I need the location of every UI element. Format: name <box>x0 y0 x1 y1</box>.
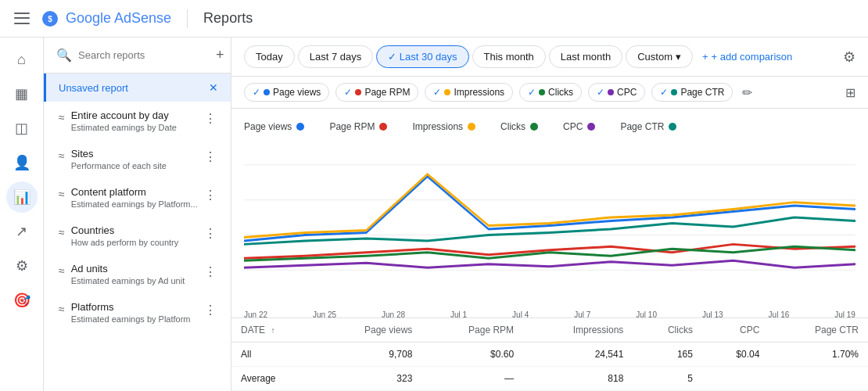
report-item-title: Content platform <box>71 186 203 198</box>
legend-page-ctr: Page CTR <box>620 121 676 132</box>
legend-cpc: CPC <box>563 121 595 132</box>
date-last7-button[interactable]: Last 7 days <box>298 45 374 68</box>
filter-icon[interactable]: ⊞ <box>845 85 855 100</box>
more-menu-icon[interactable]: ⋮ <box>203 109 218 127</box>
hamburger-menu[interactable] <box>13 9 31 28</box>
chart-canvas: Jun 22 Jun 25 Jun 28 Jul 1 Jul 4 Jul 7 J… <box>244 142 855 305</box>
x-label-jul13: Jul 13 <box>702 310 723 317</box>
custom-label: Custom <box>637 51 673 63</box>
more-menu-icon[interactable]: ⋮ <box>203 301 218 319</box>
page-rpm-label: Page RPM <box>329 121 375 132</box>
sidebar-icon-overview[interactable]: ▦ <box>6 78 38 109</box>
report-list-item[interactable]: ≈ Countries How ads perform by country ⋮ <box>44 217 231 255</box>
report-list-item[interactable]: ≈ Ad units Estimated earnings by Ad unit… <box>44 255 231 293</box>
impressions-dot <box>444 89 450 95</box>
col-page-rpm[interactable]: Page RPM <box>421 318 523 343</box>
search-icon: 🔍 <box>56 48 72 63</box>
x-axis-labels: Jun 22 Jun 25 Jun 28 Jul 1 Jul 4 Jul 7 J… <box>244 307 855 317</box>
legend-clicks: Clicks <box>500 121 538 132</box>
svg-text:$: $ <box>48 15 52 23</box>
x-label-jul16: Jul 16 <box>769 310 790 317</box>
chip-page-views[interactable]: Page views <box>244 83 329 102</box>
col-date[interactable]: DATE ↑ <box>231 318 316 343</box>
chart-section: Page views Page RPM Impressions Clicks C… <box>231 109 868 317</box>
sidebar-icon-person[interactable]: 👤 <box>6 147 38 178</box>
x-label-jul19: Jul 19 <box>834 310 855 317</box>
col-cpc[interactable]: CPC <box>702 318 769 343</box>
report-item-subtitle: Estimated earnings by Platform <box>71 314 203 324</box>
metric-chips-bar: Page views Page RPM Impressions Clicks C… <box>231 77 868 109</box>
header: $ Google AdSense Reports <box>0 0 868 38</box>
impressions-legend-dot <box>468 123 475 131</box>
report-item-content: Content platform Estimated earnings by P… <box>71 186 203 209</box>
logo: $ Google AdSense <box>41 9 171 28</box>
chip-cpc-label: CPC <box>617 87 637 98</box>
col-clicks[interactable]: Clicks <box>633 318 702 343</box>
date-last30-button[interactable]: Last 30 days <box>376 45 468 68</box>
add-report-button[interactable]: + <box>216 47 224 63</box>
chip-page-rpm[interactable]: Page RPM <box>335 83 418 102</box>
chip-page-ctr[interactable]: Page CTR <box>651 83 733 102</box>
col-page-views[interactable]: Page views <box>316 318 421 343</box>
clicks-legend-dot <box>530 123 538 131</box>
report-list-item[interactable]: ≈ Sites Performance of each site ⋮ <box>44 140 231 178</box>
clicks-dot <box>539 89 545 95</box>
report-list-item[interactable]: ≈ Entire account by day Estimated earnin… <box>44 102 231 140</box>
more-menu-icon[interactable]: ⋮ <box>203 186 218 204</box>
cell-impressions: 24,541 <box>523 343 633 367</box>
report-item-title: Platforms <box>71 301 203 313</box>
report-list: ≈ Entire account by day Estimated earnin… <box>44 102 231 391</box>
add-comparison-button[interactable]: + + add comparison <box>702 51 792 63</box>
sidebar-icon-block[interactable]: ◫ <box>6 113 38 144</box>
cell-clicks: 5 <box>633 367 702 391</box>
date-custom-button[interactable]: Custom ▾ <box>626 45 693 68</box>
x-label-jul7: Jul 7 <box>574 310 590 317</box>
report-settings-button[interactable]: ⚙ <box>843 48 855 66</box>
search-input[interactable] <box>78 49 210 61</box>
cpc-dot <box>608 89 614 95</box>
unsaved-report-item[interactable]: Unsaved report ✕ <box>44 74 231 102</box>
sidebar-icon-reports[interactable]: 📊 <box>6 181 38 213</box>
col-page-ctr[interactable]: Page CTR <box>769 318 868 343</box>
chip-impressions[interactable]: Impressions <box>425 83 513 102</box>
left-panel: 🔍 + Unsaved report ✕ ≈ Entire account by… <box>44 38 231 391</box>
edit-metrics-icon[interactable]: ✏ <box>742 85 752 100</box>
sidebar-icon-settings[interactable]: ⚙ <box>6 250 38 282</box>
plus-icon: + <box>702 51 708 63</box>
sidebar-icon-home[interactable]: ⌂ <box>6 44 38 75</box>
legend-page-views: Page views <box>244 121 304 132</box>
date-lastmonth-button[interactable]: Last month <box>549 45 622 68</box>
report-item-subtitle: Estimated earnings by Date <box>71 123 203 132</box>
report-item-content: Countries How ads perform by country <box>71 224 203 247</box>
report-item-icon: ≈ <box>59 264 65 277</box>
col-impressions[interactable]: Impressions <box>523 318 633 343</box>
search-reports-bar: 🔍 + <box>44 38 231 74</box>
report-item-icon: ≈ <box>59 303 65 315</box>
report-item-title: Entire account by day <box>71 109 203 121</box>
report-item-title: Ad units <box>71 263 203 274</box>
page-rpm-legend-dot <box>379 123 387 131</box>
report-list-item[interactable]: ≈ Content platform Estimated earnings by… <box>44 178 231 217</box>
page-ctr-legend-dot <box>669 123 676 131</box>
date-thismonth-button[interactable]: This month <box>472 45 546 68</box>
report-item-title: Countries <box>71 224 203 236</box>
chevron-down-icon: ▾ <box>676 51 681 63</box>
sidebar-icon-optimize[interactable]: 🎯 <box>6 285 38 316</box>
main-content: Today Last 7 days Last 30 days This mont… <box>231 38 868 391</box>
cell-clicks: 165 <box>633 343 702 367</box>
x-label-jul10: Jul 10 <box>636 310 657 317</box>
cell-page-views: 323 <box>316 367 421 391</box>
more-menu-icon[interactable]: ⋮ <box>203 148 218 166</box>
more-menu-icon[interactable]: ⋮ <box>203 263 218 281</box>
report-list-item[interactable]: ≈ Platforms Estimated earnings by Platfo… <box>44 293 231 332</box>
sidebar-icon-trends[interactable]: ↗ <box>6 216 38 247</box>
date-today-button[interactable]: Today <box>244 45 295 68</box>
x-label-jun28: Jun 28 <box>382 310 405 317</box>
chip-cpc[interactable]: CPC <box>588 83 645 102</box>
cell-page-ctr <box>769 367 868 391</box>
chip-clicks[interactable]: Clicks <box>519 83 582 102</box>
report-item-subtitle: Estimated earnings by Platform... <box>71 199 203 209</box>
date-filter-bar: Today Last 7 days Last 30 days This mont… <box>231 38 868 77</box>
more-menu-icon[interactable]: ⋮ <box>203 224 218 242</box>
close-icon[interactable]: ✕ <box>209 81 218 94</box>
